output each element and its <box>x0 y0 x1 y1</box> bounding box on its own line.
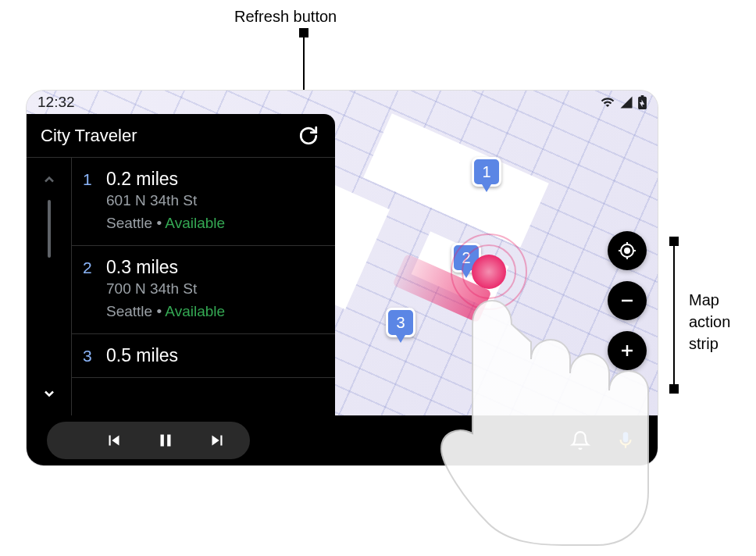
scrollbar[interactable] <box>27 158 72 415</box>
scroll-down-icon[interactable] <box>41 381 57 406</box>
skip-next-button[interactable] <box>194 422 241 459</box>
media-controls-pill <box>47 422 250 459</box>
item-number: 1 <box>83 170 95 189</box>
annotation-line <box>673 241 675 389</box>
locate-button[interactable] <box>608 231 647 270</box>
map-pin-2[interactable]: 2 <box>451 243 481 273</box>
nav-bar <box>27 415 658 465</box>
list-item[interactable]: 2 0.3 miles 700 N 34th St Seattle • Avai… <box>72 246 335 334</box>
item-distance: 0.5 miles <box>106 345 178 366</box>
annotation-marker <box>669 384 679 394</box>
mic-button[interactable] <box>608 422 644 458</box>
status-bar: 12:32 <box>27 91 658 114</box>
item-distance: 0.3 miles <box>106 257 178 278</box>
list-item[interactable]: 3 0.5 miles <box>72 334 335 378</box>
refresh-button[interactable] <box>296 123 321 148</box>
item-city: Seattle <box>106 215 152 231</box>
status-time: 12:32 <box>37 94 75 111</box>
skip-previous-button[interactable] <box>91 422 137 459</box>
scroll-up-icon[interactable] <box>41 167 57 192</box>
signal-icon <box>619 95 633 109</box>
item-number: 2 <box>83 258 95 277</box>
annotation-refresh-label: Refresh button <box>234 8 337 26</box>
places-panel: City Traveler 1 0.2 miles <box>27 114 335 415</box>
item-address: 601 N 34th St <box>106 190 324 212</box>
separator-dot: • <box>156 215 165 231</box>
battery-icon <box>638 95 647 109</box>
panel-header: City Traveler <box>27 114 335 158</box>
panel-title: City Traveler <box>41 126 296 146</box>
item-distance: 0.2 miles <box>106 169 178 190</box>
map-pin-3[interactable]: 3 <box>386 308 415 337</box>
places-list: 1 0.2 miles 601 N 34th St Seattle • Avai… <box>72 158 335 415</box>
item-number: 3 <box>83 347 95 365</box>
zoom-out-button[interactable] <box>608 281 647 320</box>
zoom-in-button[interactable] <box>608 331 647 370</box>
wifi-icon <box>601 95 615 109</box>
map-action-strip <box>608 231 647 370</box>
item-address: 700 N 34th St <box>106 278 324 301</box>
item-availability: Available <box>165 215 225 231</box>
item-availability: Available <box>165 303 225 319</box>
pause-button[interactable] <box>142 422 189 459</box>
list-item[interactable]: 1 0.2 miles 601 N 34th St Seattle • Avai… <box>72 158 335 246</box>
separator-dot: • <box>156 303 165 319</box>
annotation-strip-label: Map action strip <box>689 289 730 355</box>
map-pin-1[interactable]: 1 <box>472 157 501 187</box>
scrollbar-thumb[interactable] <box>48 200 51 258</box>
notifications-button[interactable] <box>562 422 598 458</box>
item-city: Seattle <box>106 303 152 319</box>
device-frame: 12:32 1 2 3 City Traveler <box>27 91 658 465</box>
